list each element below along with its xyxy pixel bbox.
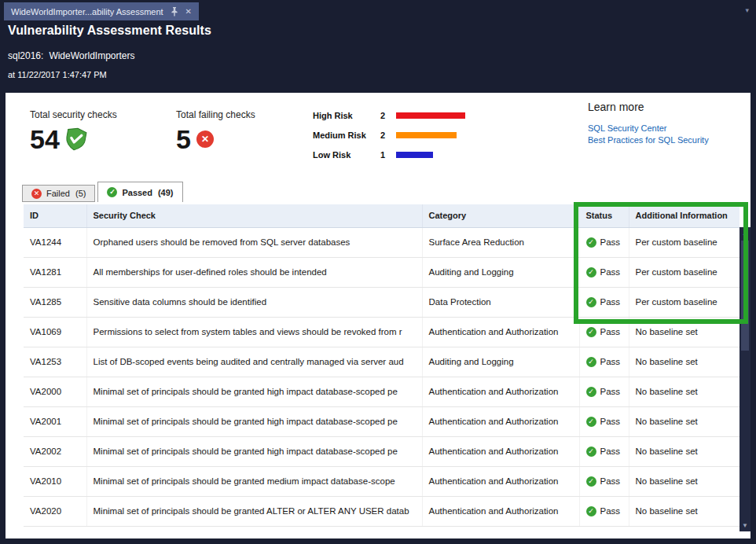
database-name: WideWorldImporters <box>49 50 134 61</box>
cell-id: VA2020 <box>24 496 86 526</box>
document-tab[interactable]: WideWorldImporter...ability Assessment ✕ <box>4 2 199 20</box>
cell-additional-info: No baseline set <box>629 317 739 347</box>
total-checks-value: 54 <box>30 125 60 153</box>
vulnerability-assessment-window: WideWorldImporter...ability Assessment ✕… <box>0 0 756 544</box>
high-risk-row: High Risk 2 <box>313 105 465 125</box>
cell-additional-info: Per custom baseline <box>629 257 739 287</box>
passed-tab-label: Passed <box>122 188 152 197</box>
link-best-practices[interactable]: Best Practices for SQL Security <box>588 134 709 146</box>
close-icon[interactable]: ✕ <box>185 8 192 16</box>
cell-status: ✓ Pass <box>579 496 629 526</box>
table-header-row: ID Security Check Category Status Additi… <box>24 204 739 227</box>
vertical-scrollbar[interactable]: ▲ ▼ <box>739 227 750 531</box>
tab-failed[interactable]: ✕ Failed (5) <box>22 185 95 202</box>
column-header-additional-information: Additional Information <box>629 204 739 227</box>
scrollbar-thumb[interactable] <box>741 241 749 351</box>
pass-icon: ✓ <box>586 447 596 457</box>
table-row[interactable]: VA2002 Minimal set of principals should … <box>24 436 739 466</box>
status-text: Pass <box>600 417 621 426</box>
cell-category: Auditing and Logging <box>422 347 579 377</box>
cell-additional-info: No baseline set <box>629 347 739 377</box>
cell-security-check: All memberships for user-defined roles s… <box>86 257 422 287</box>
status-text: Pass <box>600 357 621 366</box>
cell-security-check: Minimal set of principals should be gran… <box>86 496 422 526</box>
cell-status: ✓ Pass <box>579 347 629 377</box>
medium-risk-count: 2 <box>380 130 396 140</box>
pin-icon[interactable] <box>171 7 178 17</box>
failing-checks-value: 5 <box>176 125 191 153</box>
server-name: sql2016: <box>8 50 43 61</box>
table-row[interactable]: VA1281 All memberships for user-defined … <box>24 257 739 287</box>
link-sql-security-center[interactable]: SQL Security Center <box>588 123 709 134</box>
scroll-up-button[interactable]: ▲ <box>739 227 750 239</box>
shield-check-icon <box>65 127 86 151</box>
risk-legend: High Risk 2 Medium Risk 2 Low Risk 1 <box>313 105 465 164</box>
status-text: Pass <box>600 297 621 307</box>
cell-id: VA1281 <box>24 257 86 287</box>
low-risk-label: Low Risk <box>313 150 380 160</box>
table-row[interactable]: VA2020 Minimal set of principals should … <box>24 496 739 526</box>
medium-risk-bar <box>396 132 457 138</box>
cell-status: ✓ Pass <box>579 317 629 347</box>
pass-icon: ✓ <box>586 387 596 397</box>
high-risk-bar <box>396 112 465 119</box>
column-header-id: ID <box>24 204 86 227</box>
cell-category: Surface Area Reduction <box>422 227 579 257</box>
pass-icon: ✓ <box>586 357 596 367</box>
cell-status: ✓ Pass <box>579 257 629 287</box>
cell-id: VA1069 <box>24 317 86 347</box>
passed-tab-count: (49) <box>158 188 174 197</box>
cell-category: Auditing and Logging <box>422 257 579 287</box>
results-table-body: VA1244 Orphaned users should be removed … <box>24 227 739 526</box>
cell-category: Authentication and Authorization <box>422 317 579 347</box>
table-row[interactable]: VA1285 Sensitive data columns should be … <box>24 287 739 317</box>
cell-id: VA1253 <box>24 347 86 377</box>
cell-category: Authentication and Authorization <box>422 377 579 406</box>
failing-checks-label: Total failing checks <box>176 109 255 120</box>
results-table: ID Security Check Category Status Additi… <box>24 204 739 527</box>
low-risk-bar <box>396 152 433 158</box>
table-row[interactable]: VA2010 Minimal set of principals should … <box>24 466 739 496</box>
cell-additional-info: Per custom baseline <box>629 287 739 317</box>
pass-icon: ✓ <box>586 327 596 337</box>
failed-tab-label: Failed <box>46 189 70 198</box>
cell-category: Data Protection <box>422 287 579 317</box>
cell-category: Authentication and Authorization <box>422 466 579 496</box>
status-text: Pass <box>600 447 621 456</box>
page-title: Vulnerability Assessment Results <box>8 24 211 38</box>
medium-risk-label: Medium Risk <box>313 130 380 140</box>
cell-security-check: Orphaned users should be removed from SQ… <box>86 227 422 257</box>
table-row[interactable]: VA2001 Minimal set of principals should … <box>24 406 739 436</box>
failed-tab-icon: ✕ <box>31 189 42 199</box>
status-text: Pass <box>600 267 621 277</box>
status-text: Pass <box>600 506 621 516</box>
cell-status: ✓ Pass <box>579 466 629 496</box>
cell-category: Authentication and Authorization <box>422 496 579 526</box>
scan-timestamp: at 11/22/2017 1:47:47 PM <box>8 70 211 79</box>
pass-icon: ✓ <box>586 297 596 307</box>
learn-more-section: Learn more SQL Security Center Best Prac… <box>588 101 709 146</box>
tab-passed[interactable]: ✓ Passed (49) <box>97 182 182 202</box>
high-risk-label: High Risk <box>313 111 380 120</box>
cell-security-check: List of DB-scoped events being audited a… <box>86 347 422 377</box>
table-row[interactable]: VA1253 List of DB-scoped events being au… <box>24 347 739 377</box>
scroll-down-button[interactable]: ▼ <box>739 520 750 531</box>
server-line: sql2016:WideWorldImporters <box>8 50 211 61</box>
failing-checks-metric: Total failing checks 5 ✕ <box>176 109 255 153</box>
pass-icon: ✓ <box>586 417 596 427</box>
total-checks-label: Total security checks <box>30 109 117 120</box>
results-table-container: ID Security Check Category Status Additi… <box>24 204 739 527</box>
results-tab-bar: ✕ Failed (5) ✓ Passed (49) <box>22 182 183 202</box>
cell-additional-info: No baseline set <box>629 466 739 496</box>
window-menu-caret-icon[interactable]: ▾ <box>745 6 749 14</box>
column-header-category: Category <box>422 204 579 227</box>
cell-status: ✓ Pass <box>579 406 629 436</box>
cell-category: Authentication and Authorization <box>422 406 579 436</box>
table-row[interactable]: VA1069 Permissions to select from system… <box>24 317 739 347</box>
table-row[interactable]: VA1244 Orphaned users should be removed … <box>24 227 739 257</box>
total-checks-metric: Total security checks 54 <box>30 109 117 153</box>
cell-additional-info: Per custom baseline <box>629 227 739 257</box>
cell-status: ✓ Pass <box>579 436 629 466</box>
table-row[interactable]: VA2000 Minimal set of principals should … <box>24 377 739 406</box>
failed-tab-count: (5) <box>75 189 86 198</box>
